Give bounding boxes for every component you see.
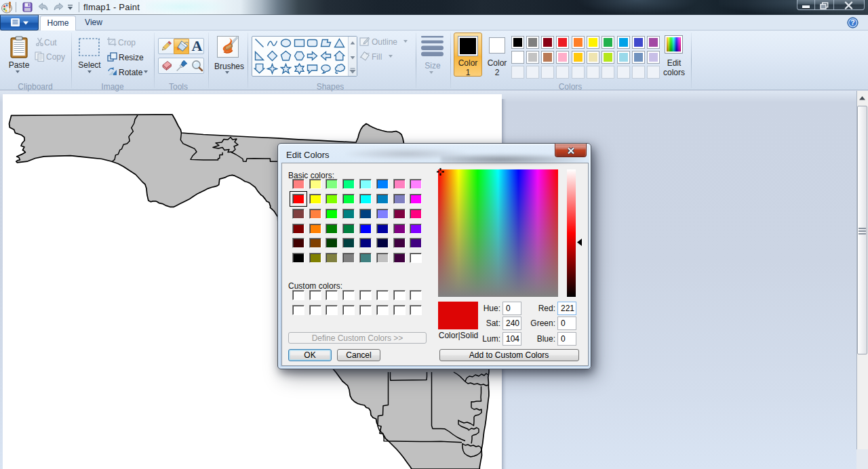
svg-text:?: ? <box>850 18 854 26</box>
